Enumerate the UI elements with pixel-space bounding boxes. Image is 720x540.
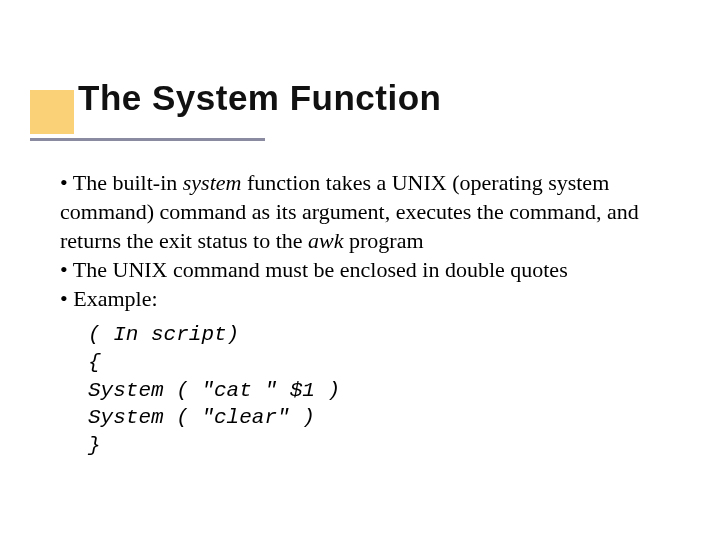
- slide-title: The System Function: [78, 78, 441, 118]
- code-line: System ( "cat " $1 ): [88, 377, 690, 405]
- bullet-2: • The UNIX command must be enclosed in d…: [60, 255, 690, 284]
- code-line: ( In script): [88, 321, 690, 349]
- bullet-1: • The built-in system function takes a U…: [60, 168, 690, 255]
- code-line: System ( "clear" ): [88, 404, 690, 432]
- slide-content: • The built-in system function takes a U…: [60, 168, 690, 460]
- code-example: ( In script) { System ( "cat " $1 ) Syst…: [88, 321, 690, 460]
- bullet-3: • Example:: [60, 284, 690, 313]
- title-area: The System Function: [0, 0, 720, 155]
- code-line: {: [88, 349, 690, 377]
- title-accent-square: [30, 90, 74, 134]
- bullet-list: • The built-in system function takes a U…: [60, 168, 690, 313]
- code-line: }: [88, 432, 690, 460]
- title-underline: [30, 138, 265, 141]
